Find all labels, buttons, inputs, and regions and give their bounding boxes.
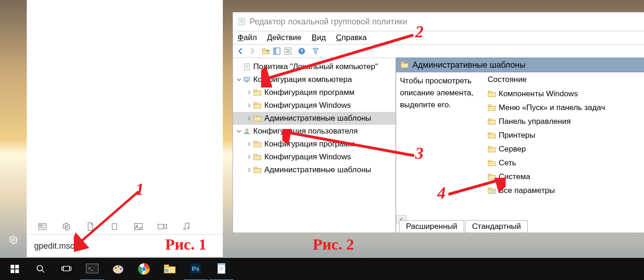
properties-icon[interactable] [283,46,293,56]
tree-node[interactable]: Административные шаблоны [233,163,395,176]
taskbar-notepad-icon[interactable] [209,257,233,280]
documents-filter-icon[interactable] [85,221,96,232]
help-icon[interactable]: ? [297,46,307,56]
figure-label-1: Рис. 1 [165,236,206,253]
svg-rect-94 [218,263,225,265]
tree-node[interactable]: Конфигурация Windows [233,99,395,112]
tab-extended[interactable]: Расширенный [399,220,464,233]
taskbar-explorer-icon[interactable] [158,258,182,280]
search-button[interactable] [29,258,53,280]
app-icon [238,18,246,26]
tree-node[interactable]: Конфигурация пользователя [233,125,395,138]
annotation-number-2: 2 [415,22,423,41]
description-hint: Чтобы просмотреть описание элемента, выд… [400,75,488,233]
list-item[interactable]: Меню «Пуск» и панель задач [488,101,641,115]
search-panel: gpedit.msc| [27,0,223,257]
svg-rect-45 [254,167,257,169]
annotation-number-1: 1 [136,180,144,199]
music-filter-icon[interactable] [181,221,192,232]
svg-rect-67 [11,265,14,268]
list-item[interactable]: Принтеры [488,128,641,142]
svg-rect-61 [488,174,491,176]
settings-filter-icon[interactable] [61,221,72,232]
svg-rect-48 [488,93,495,97]
svg-rect-43 [254,154,257,156]
svg-point-11 [188,228,189,229]
folder-icon [400,62,409,68]
taskbar-cmd-icon[interactable]: >_ [80,257,104,280]
list-item[interactable]: Компоненты Windows [488,87,641,101]
tree-node[interactable]: Конфигурация программ [233,86,395,99]
svg-point-79 [115,267,117,269]
svg-rect-27 [244,64,250,70]
menu-view[interactable]: Вид [312,33,326,42]
svg-rect-68 [15,265,19,268]
column-header-state[interactable]: Состояние [488,75,641,84]
list-item[interactable]: Сервер [488,142,641,156]
window-title: Редактор локальной групповой политики [250,17,407,27]
task-view-button[interactable] [54,258,78,280]
svg-text:Ps: Ps [192,265,199,272]
svg-rect-75 [70,267,71,270]
list-item[interactable]: Панель управления [488,115,641,128]
back-icon[interactable] [236,46,246,56]
filter-icon[interactable] [310,46,321,56]
svg-rect-33 [254,91,261,96]
svg-line-72 [42,270,44,273]
svg-rect-52 [488,120,495,125]
photos-filter-icon[interactable] [133,221,144,232]
svg-rect-60 [488,175,495,180]
toolbar: ? [233,45,644,58]
forward-icon [247,46,257,56]
svg-point-10 [184,228,185,229]
list-item[interactable]: Сеть [488,156,641,170]
svg-rect-47 [401,62,404,64]
svg-rect-35 [254,104,261,109]
up-icon[interactable] [261,46,271,56]
videos-filter-icon[interactable] [157,221,168,232]
tree-node[interactable]: Политика "Локальный компьютер" [233,60,395,73]
menu-file[interactable]: Файл [238,33,257,42]
detail-header: Административные шаблоны [412,60,525,70]
tab-standard[interactable]: Стандартный [465,220,528,233]
svg-rect-7 [135,223,143,229]
list-item[interactable]: Система [488,170,641,184]
svg-rect-64 [492,190,495,193]
svg-point-80 [118,266,119,268]
taskbar-chrome-icon[interactable] [132,258,156,280]
navigation-tree[interactable]: Политика "Локальный компьютер"Конфигурац… [233,58,396,233]
tree-node[interactable]: Конфигурация программ [233,138,395,151]
svg-rect-12 [239,18,245,25]
taskbar-photoshop-icon[interactable]: Ps [184,257,208,280]
svg-rect-37 [254,117,261,122]
svg-rect-36 [254,103,257,105]
windows-settings-icon[interactable] [8,235,18,245]
svg-rect-9 [158,224,164,229]
tree-node[interactable]: Конфигурация компьютера [233,73,395,86]
svg-rect-42 [254,156,261,160]
menu-action[interactable]: Действие [267,33,302,42]
start-button[interactable] [3,258,27,280]
svg-rect-50 [488,106,495,111]
svg-text:?: ? [300,48,304,54]
menu-help[interactable]: Справка [336,33,367,42]
svg-rect-41 [254,141,257,143]
svg-rect-59 [488,160,491,162]
svg-rect-55 [488,133,491,134]
svg-rect-57 [488,146,491,148]
svg-rect-49 [488,91,491,93]
svg-rect-54 [488,134,495,139]
svg-text:>_: >_ [88,266,94,271]
figure-label-2: Рис. 2 [313,236,354,253]
list-item[interactable]: Все параметры [488,184,641,198]
svg-rect-63 [488,188,491,190]
folders-filter-icon[interactable] [109,221,120,232]
tree-node[interactable]: Конфигурация Windows [233,151,395,163]
svg-rect-31 [244,77,250,81]
show-hide-tree-icon[interactable] [272,46,282,56]
best-match-icon[interactable] [37,221,48,232]
svg-rect-88 [164,265,169,267]
tree-node[interactable]: Административные шаблоны [233,112,395,125]
window-titlebar: Редактор локальной групповой политики [233,12,644,31]
taskbar-paint-icon[interactable] [106,258,130,280]
